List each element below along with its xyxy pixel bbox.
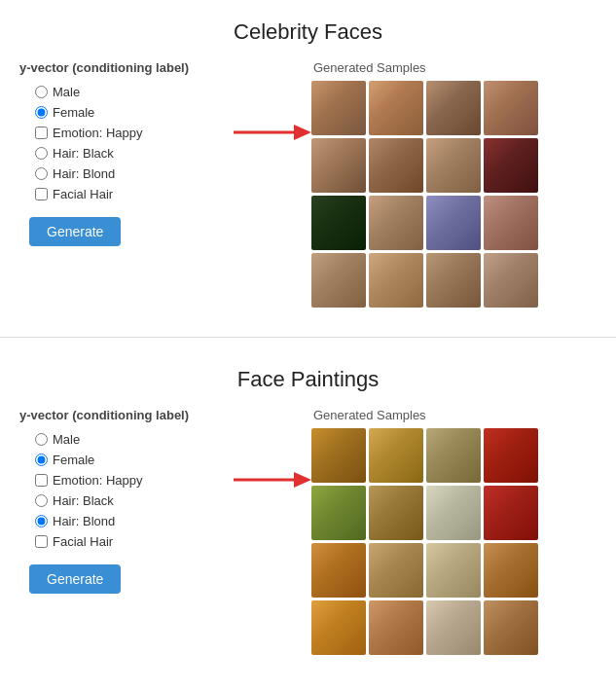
painting-face-4: [484, 428, 538, 483]
paintings-title: Face Paintings: [0, 367, 616, 392]
paintings-male-radio[interactable]: [35, 433, 48, 446]
celebrity-image-grid: [311, 81, 538, 308]
paintings-generate-button[interactable]: Generate: [29, 564, 121, 594]
celebrity-generate-button[interactable]: Generate: [29, 217, 121, 246]
paintings-controls: y-vector (conditioning label) Male Femal…: [19, 408, 234, 594]
paintings-hairblond-label: Hair: Blond: [53, 514, 115, 528]
celebrity-emotion-checkbox[interactable]: [35, 127, 48, 139]
paintings-section: Face Paintings y-vector (conditioning la…: [0, 347, 616, 674]
painting-face-12: [484, 543, 538, 598]
painting-face-9: [311, 543, 366, 598]
paintings-emotion-row: Emotion: Happy: [35, 473, 234, 488]
celebrity-hairblond-row: Hair: Blond: [35, 166, 234, 181]
paintings-female-row: Female: [35, 453, 234, 467]
celebrity-hairblack-row: Hair: Black: [35, 146, 234, 161]
celebrity-face-13: [311, 253, 366, 308]
celebrity-facialhair-checkbox[interactable]: [35, 188, 48, 200]
paintings-emotion-label: Emotion: Happy: [53, 473, 143, 488]
celebrity-samples-label: Generated Samples: [313, 60, 426, 75]
celebrity-face-9: [311, 196, 366, 250]
celebrity-female-row: Female: [35, 105, 234, 120]
celebrity-face-6: [369, 138, 423, 193]
paintings-hairblack-label: Hair: Black: [53, 493, 114, 508]
celebrity-face-16: [484, 253, 538, 308]
celebrity-controls: y-vector (conditioning label) Male Femal…: [19, 60, 234, 246]
celebrity-face-11: [426, 196, 481, 250]
celebrity-hairblond-label: Hair: Blond: [53, 166, 115, 181]
paintings-facialhair-label: Facial Hair: [53, 534, 113, 549]
celebrity-face-15: [426, 253, 481, 308]
paintings-arrow-area: [234, 408, 311, 493]
paintings-facialhair-row: Facial Hair: [35, 534, 234, 549]
painting-face-2: [369, 428, 423, 483]
celebrity-hairblond-radio[interactable]: [35, 167, 48, 180]
celebrity-hairblack-label: Hair: Black: [53, 146, 114, 161]
painting-face-16: [484, 600, 538, 655]
paintings-facialhair-checkbox[interactable]: [35, 535, 48, 548]
celebrity-emotion-row: Emotion: Happy: [35, 126, 234, 140]
paintings-image-grid: [311, 428, 538, 655]
paintings-male-label: Male: [53, 432, 80, 447]
paintings-arrow-icon: [234, 466, 311, 493]
paintings-samples-area: Generated Samples: [311, 408, 597, 655]
celebrity-controls-label: y-vector (conditioning label): [19, 60, 234, 75]
celebrity-female-radio[interactable]: [35, 106, 48, 119]
celebrity-face-4: [484, 81, 538, 135]
celebrity-face-5: [311, 138, 366, 193]
painting-face-15: [426, 600, 481, 655]
painting-face-14: [369, 600, 423, 655]
celebrity-facialhair-label: Facial Hair: [53, 187, 113, 201]
paintings-hairblond-row: Hair: Blond: [35, 514, 234, 528]
celebrity-title: Celebrity Faces: [0, 19, 616, 45]
celebrity-face-12: [484, 196, 538, 250]
celebrity-samples-area: Generated Samples: [311, 60, 597, 308]
painting-face-6: [369, 486, 423, 540]
painting-face-13: [311, 600, 366, 655]
painting-face-3: [426, 428, 481, 483]
celebrity-face-8: [484, 138, 538, 193]
painting-face-5: [311, 486, 366, 540]
paintings-hairblack-radio[interactable]: [35, 494, 48, 507]
celebrity-male-radio[interactable]: [35, 86, 48, 98]
celebrity-male-row: Male: [35, 85, 234, 99]
painting-face-10: [369, 543, 423, 598]
celebrity-face-14: [369, 253, 423, 308]
paintings-male-row: Male: [35, 432, 234, 447]
celebrity-face-3: [426, 81, 481, 135]
painting-face-7: [426, 486, 481, 540]
svg-marker-1: [294, 125, 311, 140]
celebrity-face-1: [311, 81, 366, 135]
paintings-controls-label: y-vector (conditioning label): [19, 408, 234, 422]
paintings-hairblack-row: Hair: Black: [35, 493, 234, 508]
celebrity-emotion-label: Emotion: Happy: [53, 126, 143, 140]
celebrity-face-7: [426, 138, 481, 193]
celebrity-facialhair-row: Facial Hair: [35, 187, 234, 201]
painting-face-1: [311, 428, 366, 483]
paintings-hairblond-radio[interactable]: [35, 515, 48, 527]
celebrity-face-10: [369, 196, 423, 250]
celebrity-hairblack-radio[interactable]: [35, 147, 48, 160]
svg-marker-3: [294, 472, 311, 488]
painting-face-8: [484, 486, 538, 540]
section-divider: [0, 337, 616, 338]
celebrity-arrow-icon: [234, 119, 311, 146]
celebrity-female-label: Female: [53, 105, 94, 120]
celebrity-arrow-area: [234, 60, 311, 146]
celebrity-face-2: [369, 81, 423, 135]
paintings-samples-label: Generated Samples: [313, 408, 426, 422]
paintings-emotion-checkbox[interactable]: [35, 474, 48, 487]
paintings-female-label: Female: [53, 453, 94, 467]
celebrity-male-label: Male: [53, 85, 80, 99]
painting-face-11: [426, 543, 481, 598]
celebrity-section: Celebrity Faces y-vector (conditioning l…: [0, 0, 616, 327]
paintings-female-radio[interactable]: [35, 454, 48, 466]
